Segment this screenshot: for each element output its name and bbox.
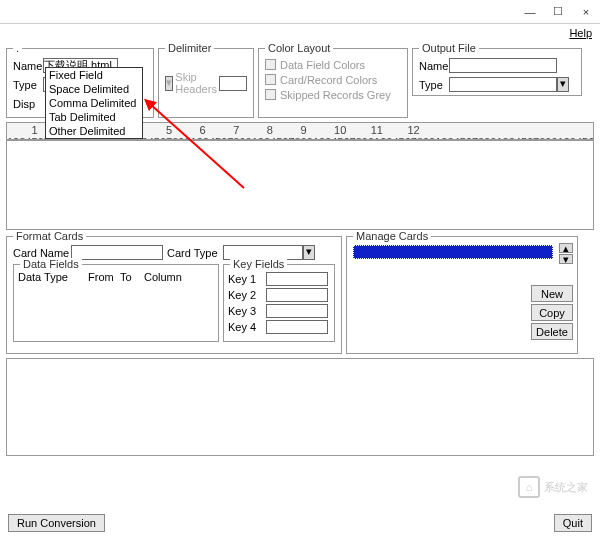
source-title: . bbox=[13, 42, 22, 54]
move-down-icon[interactable]: ▾ bbox=[559, 254, 573, 264]
dropdown-item[interactable]: Comma Delimited bbox=[46, 96, 142, 110]
manage-cards-title: Manage Cards bbox=[353, 230, 431, 242]
manage-cards-group: Manage Cards ▴ ▾ New Copy Delete bbox=[346, 236, 578, 354]
title-bar: — ☐ × bbox=[0, 0, 600, 24]
card-name-label: Card Name bbox=[13, 247, 71, 259]
key3-label: Key 3 bbox=[228, 305, 266, 317]
maximize-button[interactable]: ☐ bbox=[544, 5, 572, 18]
dropdown-item[interactable]: Space Delimited bbox=[46, 82, 142, 96]
key-fields-title: Key Fields bbox=[230, 258, 287, 270]
column-header: Column bbox=[144, 271, 182, 283]
output-name-label: Name bbox=[419, 60, 449, 72]
close-button[interactable]: × bbox=[572, 6, 600, 18]
key4-label: Key 4 bbox=[228, 321, 266, 333]
dropdown-item[interactable]: Fixed Field bbox=[46, 68, 142, 82]
output-file-title: Output File bbox=[419, 42, 479, 54]
log-area[interactable] bbox=[6, 358, 594, 456]
card-record-colors-label: Card/Record Colors bbox=[280, 74, 377, 86]
help-menu[interactable]: Help bbox=[569, 27, 592, 39]
format-cards-title: Format Cards bbox=[13, 230, 86, 242]
data-type-header: Data Type bbox=[18, 271, 88, 283]
copy-button[interactable]: Copy bbox=[531, 304, 573, 321]
output-file-group: Output File Name Type▾ bbox=[412, 48, 582, 96]
data-fields-group: Data Fields Data Type From To Column bbox=[13, 264, 219, 342]
selected-card-item[interactable] bbox=[353, 245, 553, 259]
skipped-grey-label: Skipped Records Grey bbox=[280, 89, 391, 101]
type-label: Type bbox=[13, 79, 43, 91]
from-header: From bbox=[88, 271, 120, 283]
menu-bar: Help bbox=[0, 24, 600, 42]
output-type-label: Type bbox=[419, 79, 449, 91]
data-fields-title: Data Fields bbox=[20, 258, 82, 270]
delimiter-dropdown-icon[interactable]: ▾ bbox=[165, 76, 173, 91]
key4-input[interactable] bbox=[266, 320, 328, 334]
key-fields-group: Key Fields Key 1 Key 2 Key 3 Key 4 bbox=[223, 264, 335, 342]
color-layout-title: Color Layout bbox=[265, 42, 333, 54]
output-type-dropdown-icon[interactable]: ▾ bbox=[557, 77, 569, 92]
data-field-colors-checkbox[interactable] bbox=[265, 59, 276, 70]
card-type-dropdown-icon[interactable]: ▾ bbox=[303, 245, 315, 260]
run-conversion-button[interactable]: Run Conversion bbox=[8, 514, 105, 532]
dropdown-item[interactable]: Tab Delimited bbox=[46, 110, 142, 124]
type-dropdown-list: Fixed Field Space Delimited Comma Delimi… bbox=[45, 67, 143, 139]
output-name-input[interactable] bbox=[449, 58, 557, 73]
key1-label: Key 1 bbox=[228, 273, 266, 285]
skipped-grey-checkbox[interactable] bbox=[265, 89, 276, 100]
format-cards-group: Format Cards Card Name Card Type ▾ Data … bbox=[6, 236, 342, 354]
key2-label: Key 2 bbox=[228, 289, 266, 301]
card-name-input[interactable] bbox=[71, 245, 163, 260]
new-button[interactable]: New bbox=[531, 285, 573, 302]
delimiter-title: Delimiter bbox=[165, 42, 214, 54]
skip-headers-label: Skip Headers bbox=[175, 71, 217, 95]
card-type-label: Card Type bbox=[167, 247, 223, 259]
key2-input[interactable] bbox=[266, 288, 328, 302]
minimize-button[interactable]: — bbox=[516, 6, 544, 18]
move-up-icon[interactable]: ▴ bbox=[559, 243, 573, 253]
delimiter-group: Delimiter ▾Skip Headers bbox=[158, 48, 254, 118]
delete-button[interactable]: Delete bbox=[531, 323, 573, 340]
key1-input[interactable] bbox=[266, 272, 328, 286]
watermark: ⌂ 系统之家 bbox=[518, 476, 588, 498]
to-header: To bbox=[120, 271, 144, 283]
skip-headers-input[interactable] bbox=[219, 76, 247, 91]
key3-input[interactable] bbox=[266, 304, 328, 318]
name-label: Name bbox=[13, 60, 43, 72]
data-field-colors-label: Data Field Colors bbox=[280, 59, 365, 71]
home-icon: ⌂ bbox=[518, 476, 540, 498]
quit-button[interactable]: Quit bbox=[554, 514, 592, 532]
disp-label: Disp bbox=[13, 98, 43, 110]
dropdown-item[interactable]: Other Delimited bbox=[46, 124, 142, 138]
data-preview-area[interactable] bbox=[6, 140, 594, 230]
card-record-colors-checkbox[interactable] bbox=[265, 74, 276, 85]
color-layout-group: Color Layout Data Field Colors Card/Reco… bbox=[258, 48, 408, 118]
output-type-input[interactable] bbox=[449, 77, 557, 92]
